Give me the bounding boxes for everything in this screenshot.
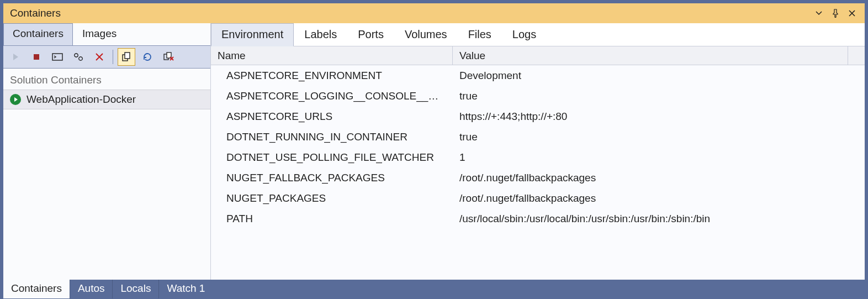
env-name: ASPNETCORE_URLS (211, 111, 453, 123)
prune-icon[interactable] (160, 48, 177, 66)
grid-header: Name Value (211, 46, 865, 65)
column-header-value[interactable]: Value (453, 46, 848, 65)
env-name: NUGET_FALLBACK_PACKAGES (211, 172, 453, 184)
containers-tool-window: Containers Containers Images (3, 3, 865, 299)
table-row[interactable]: DOTNET_USE_POLLING_FILE_WATCHER1 (211, 147, 865, 167)
refresh-icon[interactable] (139, 48, 156, 66)
running-status-icon (10, 94, 21, 105)
env-name: NUGET_PACKAGES (211, 192, 453, 204)
svg-rect-1 (52, 54, 62, 60)
table-row[interactable]: DOTNET_RUNNING_IN_CONTAINERtrue (211, 127, 865, 147)
env-name: PATH (211, 213, 453, 225)
play-icon[interactable] (7, 48, 24, 66)
window-title: Containers (10, 7, 61, 19)
bottom-tabstrip: Containers Autos Locals Watch 1 (3, 280, 865, 298)
bottom-tab-watch-1[interactable]: Watch 1 (158, 280, 213, 298)
container-item[interactable]: WebApplication-Docker (3, 90, 210, 109)
env-name: DOTNET_USE_POLLING_FILE_WATCHER (211, 151, 453, 164)
left-tabstrip: Containers Images (3, 23, 210, 45)
tab-logs[interactable]: Logs (502, 23, 547, 46)
svg-point-3 (79, 57, 82, 60)
env-name: DOTNET_RUNNING_IN_CONTAINER (211, 131, 453, 143)
env-value: /usr/local/sbin:/usr/local/bin:/usr/sbin… (453, 213, 865, 225)
table-row[interactable]: NUGET_PACKAGES/root/.nuget/fallbackpacka… (211, 188, 865, 208)
tab-labels[interactable]: Labels (294, 23, 347, 46)
tab-files[interactable]: Files (458, 23, 502, 46)
delete-icon[interactable] (91, 48, 108, 66)
tab-volumes[interactable]: Volumes (394, 23, 458, 46)
bottom-tab-containers[interactable]: Containers (3, 280, 70, 298)
detail-tabstrip: Environment Labels Ports Volumes Files L… (211, 23, 865, 46)
tab-ports[interactable]: Ports (347, 23, 394, 46)
env-value: true (453, 90, 865, 102)
body: Containers Images (3, 23, 865, 280)
tab-containers[interactable]: Containers (3, 23, 73, 45)
env-name: ASPNETCORE_ENVIRONMENT (211, 70, 453, 82)
left-toolbar (3, 45, 210, 69)
env-value: https://+:443;http://+:80 (453, 111, 865, 123)
env-value: true (453, 131, 865, 143)
table-row[interactable]: NUGET_FALLBACK_PACKAGES/root/.nuget/fall… (211, 167, 865, 188)
right-panel: Environment Labels Ports Volumes Files L… (211, 23, 865, 280)
stop-icon[interactable] (28, 48, 45, 66)
table-row[interactable]: ASPNETCORE_ENVIRONMENTDevelopment (211, 65, 865, 86)
toolbar-separator (113, 50, 113, 64)
left-panel: Containers Images (3, 23, 211, 280)
pin-icon[interactable] (829, 7, 841, 19)
copy-icon[interactable] (118, 48, 135, 66)
column-header-spacer (848, 46, 865, 65)
svg-rect-5 (125, 53, 130, 59)
window-options-dropdown-icon[interactable] (813, 7, 825, 19)
group-header-solution: Solution Containers (3, 69, 210, 90)
env-value: /root/.nuget/fallbackpackages (453, 172, 865, 184)
container-item-label: WebApplication-Docker (27, 93, 136, 106)
settings-icon[interactable] (70, 48, 87, 66)
env-value: 1 (453, 151, 865, 164)
tab-environment[interactable]: Environment (211, 23, 294, 46)
env-value: Development (453, 70, 865, 82)
table-row[interactable]: ASPNETCORE_LOGGING__CONSOLE__DISA…true (211, 86, 865, 106)
column-header-name[interactable]: Name (211, 46, 453, 65)
titlebar: Containers (3, 3, 865, 23)
tab-images[interactable]: Images (73, 23, 126, 45)
table-row[interactable]: PATH/usr/local/sbin:/usr/local/bin:/usr/… (211, 208, 865, 229)
bottom-tab-locals[interactable]: Locals (112, 280, 158, 298)
bottom-tab-autos[interactable]: Autos (70, 280, 113, 298)
grid-rows: ASPNETCORE_ENVIRONMENTDevelopment ASPNET… (211, 65, 865, 280)
table-row[interactable]: ASPNETCORE_URLShttps://+:443;http://+:80 (211, 106, 865, 127)
env-value: /root/.nuget/fallbackpackages (453, 192, 865, 204)
terminal-icon[interactable] (49, 48, 66, 66)
env-name: ASPNETCORE_LOGGING__CONSOLE__DISA… (211, 90, 453, 102)
svg-rect-0 (34, 54, 39, 60)
close-icon[interactable] (846, 7, 858, 19)
